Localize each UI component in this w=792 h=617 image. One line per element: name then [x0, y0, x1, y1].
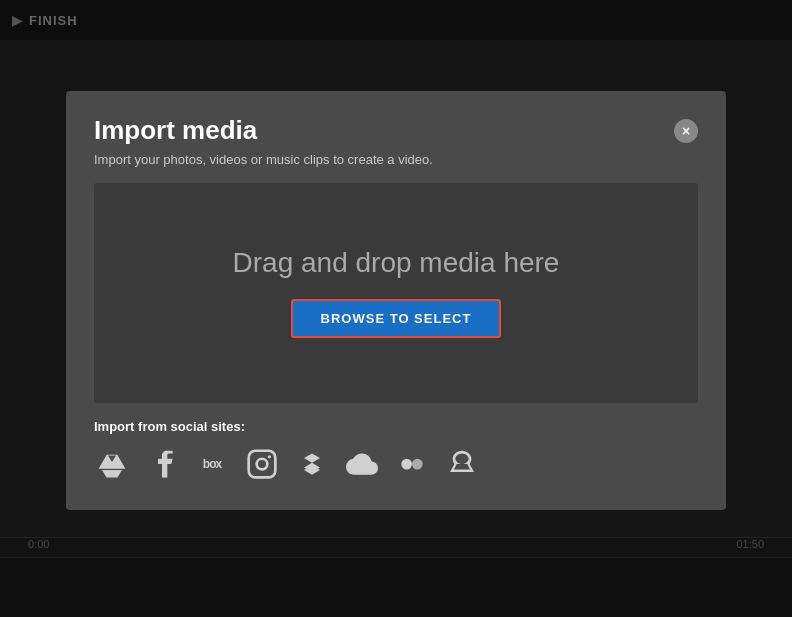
cloud-icon[interactable]: [344, 446, 380, 482]
import-media-modal: Import media × Import your photos, video…: [66, 91, 726, 510]
svg-point-3: [401, 458, 412, 469]
svg-point-1: [257, 458, 268, 469]
modal-header: Import media ×: [94, 115, 698, 146]
facebook-icon[interactable]: [144, 446, 180, 482]
modal-title: Import media: [94, 115, 257, 146]
social-section: Import from social sites: box: [94, 419, 698, 482]
svg-rect-0: [249, 450, 276, 477]
google-drive-icon[interactable]: [94, 446, 130, 482]
box-icon[interactable]: box: [194, 446, 230, 482]
drop-zone-text: Drag and drop media here: [233, 247, 560, 279]
social-label: Import from social sites:: [94, 419, 698, 434]
dropbox-icon[interactable]: [294, 446, 330, 482]
flickr-icon[interactable]: [394, 446, 430, 482]
close-button[interactable]: ×: [674, 119, 698, 143]
svg-point-4: [412, 458, 423, 469]
drop-zone: Drag and drop media here BROWSE TO SELEC…: [94, 183, 698, 403]
svg-point-2: [268, 455, 271, 458]
instagram-icon[interactable]: [244, 446, 280, 482]
browse-to-select-button[interactable]: BROWSE TO SELECT: [291, 299, 502, 338]
drive2-icon[interactable]: [444, 446, 480, 482]
modal-subtitle: Import your photos, videos or music clip…: [94, 152, 698, 167]
social-icons-row: box: [94, 446, 698, 482]
